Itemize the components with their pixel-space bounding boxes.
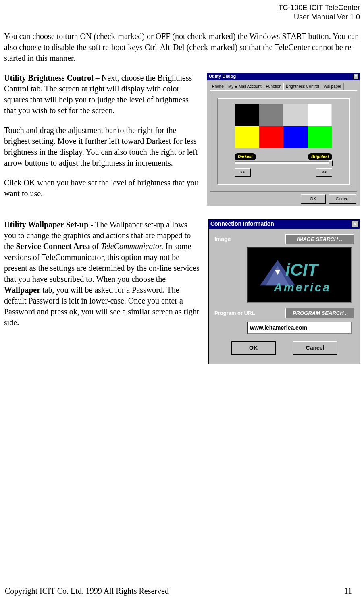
swatch-black xyxy=(235,104,259,126)
slider-thumb[interactable] xyxy=(329,160,333,166)
swatch-red xyxy=(259,126,283,148)
connection-dialog-figure: Connection Information × Image IMAGE SEA… xyxy=(208,219,360,364)
utility-dialog-window: Utility Dialog × Phone My E-Mail Account… xyxy=(207,73,360,206)
header-line-1: TC-100E ICIT TeleCenter xyxy=(4,3,360,12)
increase-button[interactable]: >> xyxy=(316,168,332,177)
decrease-button[interactable]: << xyxy=(235,168,251,177)
connection-dialog-title: Connection Information xyxy=(210,220,274,228)
swatch-blue xyxy=(283,126,308,148)
swatch-yellow xyxy=(235,126,259,148)
header-line-2: User Manual Ver 1.0 xyxy=(4,12,360,22)
brightness-p3: Click OK when you have set the level of … xyxy=(4,177,199,199)
intro-paragraph: You can choose to turn ON (check-marked)… xyxy=(4,31,360,64)
swatch-lightgray xyxy=(283,104,308,126)
image-search-button[interactable]: IMAGE SEARCH .. xyxy=(285,234,354,245)
wallpaper-italic1: TeleCommunicator. xyxy=(101,242,163,251)
utility-dialog-figure: Utility Dialog × Phone My E-Mail Account… xyxy=(207,73,360,206)
brightness-text: Utility Brightness Control – Next, choos… xyxy=(4,73,199,208)
swatch-gray xyxy=(259,104,283,126)
connection-dialog-titlebar: Connection Information × xyxy=(209,220,360,229)
ok-button[interactable]: OK xyxy=(301,194,326,204)
color-swatch-grid xyxy=(235,104,332,148)
url-input[interactable]: www.icitamerica.com xyxy=(247,322,352,334)
wallpaper-paragraph: Utility Wallpaper Set-up - The Wallpaper… xyxy=(4,219,200,328)
wallpaper-bold2: Wallpaper xyxy=(4,285,40,294)
program-search-button[interactable]: PROGRAM SEARCH . xyxy=(285,308,354,318)
svg-text:iCIT: iCIT xyxy=(285,260,320,279)
svg-text:America: America xyxy=(273,281,331,294)
image-label: Image xyxy=(214,235,231,243)
connection-dialog-window: Connection Information × Image IMAGE SEA… xyxy=(208,219,360,364)
slider-labels: Darkest Brightest xyxy=(235,153,332,160)
brightness-section: Utility Brightness Control – Next, choos… xyxy=(4,73,360,208)
brightness-slider[interactable] xyxy=(235,161,332,164)
wallpaper-section: Utility Wallpaper Set-up - The Wallpaper… xyxy=(4,219,360,364)
tab-brightness[interactable]: Brightness Control xyxy=(283,83,321,91)
utility-dialog-tabs: Phone My E-Mail Account Function Brightn… xyxy=(207,80,360,91)
page-number: 11 xyxy=(344,586,352,597)
document-header: TC-100E ICIT TeleCenter User Manual Ver … xyxy=(4,3,360,22)
tab-wallpaper[interactable]: Wallpaper xyxy=(321,83,344,91)
tab-function[interactable]: Function xyxy=(264,83,284,91)
wallpaper-heading: Utility Wallpaper Set-up - xyxy=(4,220,95,229)
brightness-p2: Touch and drag the adjustment bar to the… xyxy=(4,125,199,168)
brightness-heading: Utility Brightness Control xyxy=(4,73,94,82)
brightness-group: Darkest Brightest << >> xyxy=(217,98,349,184)
utility-dialog-title: Utility Dialog xyxy=(209,73,236,79)
icit-logo-icon: iCIT America xyxy=(248,248,351,302)
connection-dialog-buttons: OK Cancel xyxy=(214,341,354,358)
connection-dialog-body: Image IMAGE SEARCH .. iCIT America Progr… xyxy=(209,229,360,364)
darkest-label: Darkest xyxy=(235,153,256,160)
cancel-button[interactable]: Cancel xyxy=(293,341,337,355)
ok-button[interactable]: OK xyxy=(231,341,276,355)
image-row: Image IMAGE SEARCH .. xyxy=(214,234,354,245)
brightness-p1: Utility Brightness Control – Next, choos… xyxy=(4,73,199,116)
program-label: Program or URL xyxy=(214,310,255,317)
swatch-green xyxy=(308,126,332,148)
cancel-button[interactable]: Cancel xyxy=(329,194,356,204)
copyright: Copyright ICIT Co. Ltd. 1999 All Rights … xyxy=(5,586,169,597)
wallpaper-mid1: of xyxy=(90,242,101,251)
program-row: Program or URL PROGRAM SEARCH . xyxy=(214,308,354,318)
close-icon[interactable]: × xyxy=(353,74,359,79)
tab-phone[interactable]: Phone xyxy=(210,83,226,91)
utility-dialog-titlebar: Utility Dialog × xyxy=(207,73,360,80)
document-footer: Copyright ICIT Co. Ltd. 1999 All Rights … xyxy=(5,586,352,597)
utility-dialog-body: Darkest Brightest << >> xyxy=(210,90,357,192)
wallpaper-bold1: Service Connect Area xyxy=(16,242,90,251)
utility-dialog-buttons: OK Cancel xyxy=(207,194,360,206)
swatch-white xyxy=(308,104,332,126)
tab-email[interactable]: My E-Mail Account xyxy=(226,83,264,91)
wallpaper-text: Utility Wallpaper Set-up - The Wallpaper… xyxy=(4,219,200,337)
image-preview: iCIT America xyxy=(247,247,352,303)
close-icon[interactable]: × xyxy=(352,221,359,227)
arrow-buttons: << >> xyxy=(235,168,332,177)
brightest-label: Brightest xyxy=(308,153,332,160)
